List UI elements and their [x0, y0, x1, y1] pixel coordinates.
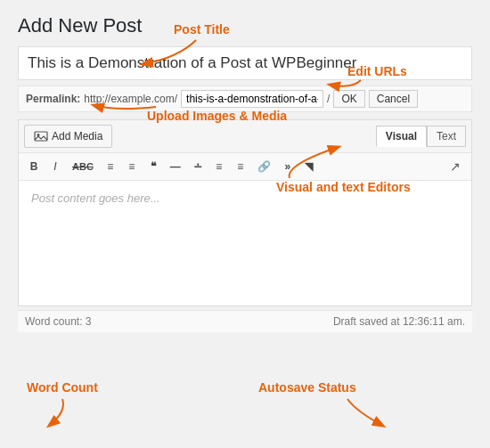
toolbar-bold[interactable]: B	[24, 158, 44, 175]
word-count: Word count: 3	[25, 315, 91, 328]
toolbar-align-center[interactable]: ≡	[209, 158, 229, 175]
editor-toolbar-row2: B I ABC ≡ ≡ ❝ — ∸ ≡ ≡ 🔗 » ◥ ↗	[19, 153, 471, 181]
toolbar-ol[interactable]: ≡	[122, 158, 142, 175]
permalink-slug-input[interactable]	[181, 90, 323, 108]
editor-content-area[interactable]: Post content goes here...	[19, 181, 471, 305]
add-media-button[interactable]: Add Media	[24, 125, 112, 148]
toolbar-align-left[interactable]: ∸	[188, 158, 208, 175]
tab-visual[interactable]: Visual	[376, 126, 427, 147]
toolbar-ul[interactable]: ≡	[101, 158, 120, 175]
svg-text:Word Count: Word Count	[27, 380, 98, 395]
editor-tabs: Visual Text	[376, 126, 466, 147]
permalink-row: Permalink: http://example.com/ / OK Canc…	[18, 86, 472, 112]
add-media-icon	[34, 129, 48, 143]
toolbar-expand[interactable]: ↗	[445, 157, 466, 176]
toolbar-hr[interactable]: —	[165, 158, 186, 175]
permalink-base: http://example.com/	[84, 93, 177, 105]
editor-status-bar: Word count: 3 Draft saved at 12:36:11 am…	[18, 310, 472, 332]
permalink-ok-button[interactable]: OK	[333, 90, 364, 108]
toolbar-align-right[interactable]: ≡	[231, 158, 250, 175]
toolbar-more[interactable]: »	[278, 158, 298, 175]
toolbar-italic[interactable]: I	[45, 158, 65, 175]
page-title: Add New Post	[18, 14, 472, 37]
editor-container: Add Media Visual Text B I ABC ≡ ≡ ❝ — ∸ …	[18, 119, 472, 306]
toolbar-link[interactable]: 🔗	[252, 158, 276, 175]
svg-text:Autosave Status: Autosave Status	[258, 380, 356, 395]
autosave-status: Draft saved at 12:36:11 am.	[333, 315, 465, 328]
tab-text[interactable]: Text	[427, 126, 466, 147]
toolbar-blockquote[interactable]: ❝	[143, 158, 163, 175]
permalink-slash: /	[327, 93, 330, 105]
post-title-input[interactable]	[18, 46, 472, 80]
permalink-cancel-button[interactable]: Cancel	[369, 90, 418, 108]
permalink-label: Permalink:	[26, 93, 80, 105]
toolbar-format[interactable]: ◥	[299, 158, 319, 175]
toolbar-strikethrough[interactable]: ABC	[67, 159, 99, 175]
add-media-label: Add Media	[52, 130, 102, 143]
editor-toolbar-row1: Add Media Visual Text	[19, 120, 471, 153]
